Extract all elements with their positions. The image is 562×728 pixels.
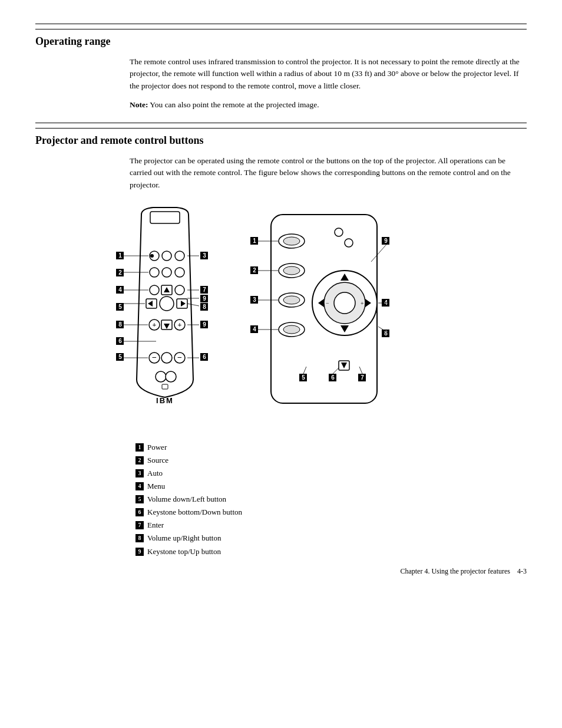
svg-text:7: 7 <box>203 286 206 293</box>
projector-svg: 1 2 3 <box>247 203 401 427</box>
legend-badge: 6 <box>135 508 144 516</box>
svg-text:6: 6 <box>203 354 206 360</box>
operating-range-body: The remote control uses infrared transmi… <box>130 56 527 111</box>
svg-text:+: + <box>178 321 182 329</box>
legend-badge: 7 <box>135 521 144 529</box>
svg-text:8: 8 <box>384 330 388 337</box>
svg-text:1: 1 <box>118 252 122 259</box>
svg-point-33 <box>162 268 171 277</box>
svg-point-77 <box>335 228 343 236</box>
svg-text:6: 6 <box>331 374 335 381</box>
svg-text:5: 5 <box>118 354 122 360</box>
projector-buttons-body: The projector can be operated using the … <box>130 155 527 191</box>
legend-badge: 1 <box>135 443 144 452</box>
svg-point-55 <box>156 371 166 382</box>
svg-point-38 <box>175 285 184 295</box>
page: Operating range The remote control uses … <box>0 0 562 594</box>
legend-badge: 5 <box>135 495 144 503</box>
legend-badge: 2 <box>135 456 144 465</box>
legend-badge: 4 <box>135 482 144 490</box>
footer-page: 4-3 <box>517 567 527 575</box>
svg-text:8: 8 <box>203 304 206 310</box>
svg-text:9: 9 <box>203 295 206 302</box>
legend-label: Keystone bottom/Down button <box>147 506 242 519</box>
svg-text:7: 7 <box>361 374 364 381</box>
svg-text:IBM: IBM <box>156 396 174 405</box>
svg-text:4: 4 <box>384 299 388 306</box>
svg-text:2: 2 <box>118 269 122 276</box>
legend-badge: 3 <box>135 469 144 477</box>
svg-text:2: 2 <box>253 267 256 274</box>
legend-item: 6Keystone bottom/Down button <box>135 506 527 519</box>
operating-range-text: The remote control uses infrared transmi… <box>130 56 527 92</box>
svg-point-82 <box>283 266 300 275</box>
legend-label: Auto <box>147 467 163 480</box>
legend-label: Keystone top/Up button <box>147 545 221 558</box>
svg-text:9: 9 <box>203 321 206 328</box>
legend-item: 7Enter <box>135 519 527 532</box>
legend-item: 3Auto <box>135 467 527 480</box>
svg-point-78 <box>345 239 353 247</box>
legend-label: Power <box>147 441 167 454</box>
svg-point-29 <box>150 254 154 258</box>
svg-text:−: − <box>152 353 157 362</box>
svg-point-31 <box>175 251 184 261</box>
svg-point-32 <box>150 268 159 277</box>
legend-item: 2Source <box>135 454 527 467</box>
figures-row: 1 2 4 5 8 6 <box>106 203 527 429</box>
remote-control-svg: 1 2 4 5 8 6 <box>106 203 224 427</box>
svg-point-34 <box>175 268 184 277</box>
svg-text:−: − <box>326 300 329 307</box>
svg-text:6: 6 <box>118 338 122 344</box>
svg-point-35 <box>150 285 159 295</box>
legend-label: Volume down/Left button <box>147 493 226 506</box>
svg-point-76 <box>283 237 300 245</box>
section-divider <box>35 24 527 24</box>
svg-text:4: 4 <box>118 286 122 293</box>
section-divider-2 <box>35 123 527 123</box>
svg-text:8: 8 <box>118 321 122 328</box>
svg-text:3: 3 <box>203 252 206 259</box>
projector-buttons-text: The projector can be operated using the … <box>130 155 527 191</box>
note-text: You can also point the remote at the pro… <box>150 100 319 109</box>
legend-item: 1Power <box>135 441 527 454</box>
legend-item: 5Volume down/Left button <box>135 493 527 506</box>
legend-badge: 9 <box>135 548 144 556</box>
legend-badge: 8 <box>135 534 144 542</box>
projector-figure: 1 2 3 <box>247 203 401 429</box>
projector-buttons-title: Projector and remote control buttons <box>35 128 527 149</box>
operating-range-section: Operating range The remote control uses … <box>35 24 527 111</box>
svg-point-56 <box>166 371 176 382</box>
svg-text:5: 5 <box>118 304 122 310</box>
footer: Chapter 4. Using the projector features … <box>400 567 527 576</box>
operating-range-note: Note: You can also point the remote at t… <box>130 99 527 111</box>
svg-point-30 <box>162 251 171 261</box>
legend-label: Enter <box>147 519 164 532</box>
svg-text:5: 5 <box>302 374 305 381</box>
legend-list: 1Power2Source3Auto4Menu5Volume down/Left… <box>135 441 527 558</box>
projector-buttons-section: Projector and remote control buttons The… <box>35 123 527 191</box>
svg-point-90 <box>283 325 300 334</box>
svg-text:3: 3 <box>253 297 256 303</box>
svg-text:+: + <box>361 300 364 307</box>
svg-rect-0 <box>150 212 180 223</box>
legend-item: 4Menu <box>135 480 527 493</box>
svg-text:1: 1 <box>253 238 256 244</box>
legend-item: 8Volume up/Right button <box>135 532 527 545</box>
svg-point-52 <box>161 353 172 363</box>
svg-text:9: 9 <box>384 238 388 244</box>
svg-point-41 <box>160 297 174 311</box>
footer-chapter-text: Chapter 4. Using the projector features <box>400 567 510 575</box>
legend-label: Volume up/Right button <box>147 532 221 545</box>
legend-label: Source <box>147 454 168 467</box>
svg-rect-57 <box>162 384 168 389</box>
note-label: Note: <box>130 100 148 109</box>
legend-label: Menu <box>147 480 165 493</box>
operating-range-title: Operating range <box>35 29 527 50</box>
svg-point-86 <box>283 296 300 304</box>
svg-text:+: + <box>153 321 157 329</box>
svg-text:−: − <box>177 353 182 362</box>
remote-figure: 1 2 4 5 8 6 <box>106 203 224 429</box>
legend-item: 9Keystone top/Up button <box>135 545 527 558</box>
svg-point-93 <box>334 292 355 314</box>
